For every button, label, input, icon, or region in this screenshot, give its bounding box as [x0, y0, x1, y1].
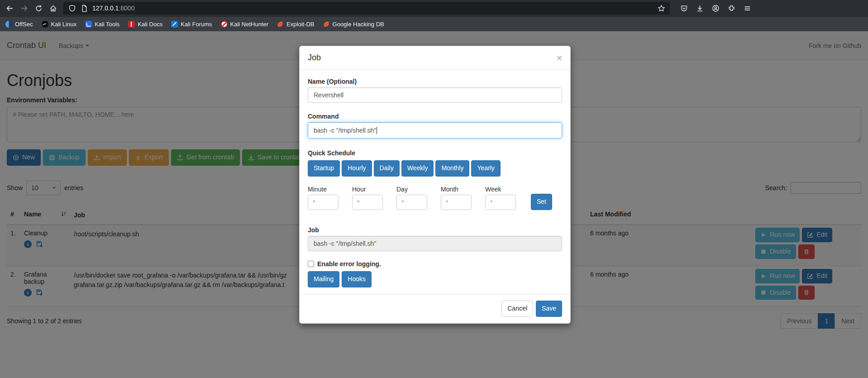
quick-yearly-button[interactable]: Yearly — [471, 160, 500, 177]
nethunter-icon — [221, 21, 228, 28]
bookmark-star-icon[interactable] — [657, 4, 665, 12]
bookmark-google-hacking-db[interactable]: Google Hacking DB — [323, 21, 384, 28]
bookmark-kali-tools[interactable]: Kali Tools — [85, 21, 119, 28]
bookmark-exploit-db[interactable]: Exploit-DB — [277, 21, 314, 28]
account-icon[interactable] — [711, 4, 720, 12]
url-host: 127.0.0.1 — [92, 5, 119, 12]
exploitdb-bird-icon — [277, 21, 284, 28]
name-label: Name (Optional) — [308, 78, 562, 85]
quick-schedule-label: Quick Schedule — [308, 149, 562, 157]
forward-icon[interactable] — [20, 4, 28, 12]
bookmark-kali-linux[interactable]: Kali Linux — [42, 21, 76, 28]
day-label: Day — [396, 186, 427, 193]
hooks-button[interactable]: Hooks — [342, 271, 372, 287]
week-label: Week — [485, 186, 516, 193]
close-icon[interactable]: × — [557, 53, 562, 62]
bookmark-label: Kali Linux — [51, 21, 76, 28]
pocket-icon[interactable] — [680, 4, 688, 12]
page-info-icon[interactable] — [80, 4, 88, 12]
day-input[interactable] — [396, 195, 427, 210]
downloads-icon[interactable] — [696, 4, 704, 12]
extensions-icon[interactable] — [727, 4, 735, 12]
set-button[interactable]: Set — [531, 194, 552, 210]
mailing-button[interactable]: Mailing — [308, 271, 339, 287]
hour-input[interactable] — [352, 195, 383, 210]
text-cursor — [377, 127, 377, 134]
offsec-icon — [5, 21, 12, 28]
bookmark-kali-forums[interactable]: Kali Forums — [171, 21, 212, 28]
back-icon[interactable] — [5, 4, 14, 12]
kali-tools-icon — [85, 21, 92, 28]
quick-startup-button[interactable]: Startup — [308, 160, 340, 177]
command-label: Command — [308, 113, 562, 120]
quick-weekly-button[interactable]: Weekly — [401, 160, 434, 177]
browser-chrome: 127.0.0.1:8000 OffSec Kali Linux Kali To… — [0, 0, 868, 31]
job-modal: Job × Name (Optional) Command bash -c "/… — [299, 46, 571, 324]
url-text: 127.0.0.1:8000 — [92, 5, 134, 12]
ghdb-bird-icon — [323, 21, 330, 28]
browser-toolbar: 127.0.0.1:8000 — [0, 0, 868, 16]
minute-input[interactable] — [308, 195, 339, 210]
quick-daily-button[interactable]: Daily — [374, 160, 400, 177]
bookmark-label: Kali Docs — [138, 21, 162, 28]
quick-hourly-button[interactable]: Hourly — [342, 160, 372, 177]
hour-label: Hour — [352, 186, 383, 193]
bookmark-kali-docs[interactable]: Kali Docs — [128, 21, 162, 28]
error-logging-checkbox[interactable] — [308, 261, 314, 267]
cancel-button[interactable]: Cancel — [501, 301, 533, 317]
url-port: :8000 — [119, 5, 134, 12]
kali-docs-icon — [128, 21, 135, 28]
bookmark-label: Kali NetHunter — [230, 21, 269, 28]
job-preview-label: Job — [308, 226, 562, 234]
menu-hamburger-icon[interactable] — [743, 4, 751, 12]
save-button[interactable]: Save — [536, 301, 562, 317]
minute-label: Minute — [308, 186, 339, 193]
bookmark-label: Exploit-DB — [286, 21, 314, 28]
home-icon[interactable] — [49, 4, 57, 12]
week-input[interactable] — [485, 195, 516, 210]
page-viewport: Crontab UI Backups Fork me on Github Cro… — [0, 31, 868, 378]
bookmark-kali-nethunter[interactable]: Kali NetHunter — [221, 21, 269, 28]
bookmark-offsec[interactable]: OffSec — [5, 21, 33, 28]
shield-icon[interactable] — [68, 4, 76, 12]
quick-monthly-button[interactable]: Monthly — [435, 160, 469, 177]
bookmark-label: Kali Forums — [181, 21, 212, 28]
error-logging-label: Enable error logging. — [317, 260, 381, 268]
month-input[interactable] — [441, 195, 472, 210]
bookmarks-bar: OffSec Kali Linux Kali Tools Kali Docs K… — [0, 16, 868, 31]
job-name-input[interactable] — [308, 87, 562, 103]
kali-dragon-icon — [42, 21, 48, 28]
bookmark-label: Google Hacking DB — [333, 21, 384, 28]
command-input[interactable]: bash -c "/tmp/shell.sh" — [308, 122, 562, 139]
month-label: Month — [441, 186, 472, 193]
modal-title: Job — [308, 53, 321, 62]
kali-forums-icon — [171, 21, 178, 28]
bookmark-label: Kali Tools — [95, 21, 119, 28]
url-bar[interactable]: 127.0.0.1:8000 — [63, 2, 670, 14]
command-value: bash -c "/tmp/shell.sh" — [314, 127, 376, 134]
reload-icon[interactable] — [34, 4, 43, 12]
job-preview-input — [308, 236, 562, 251]
bookmark-label: OffSec — [15, 21, 33, 28]
